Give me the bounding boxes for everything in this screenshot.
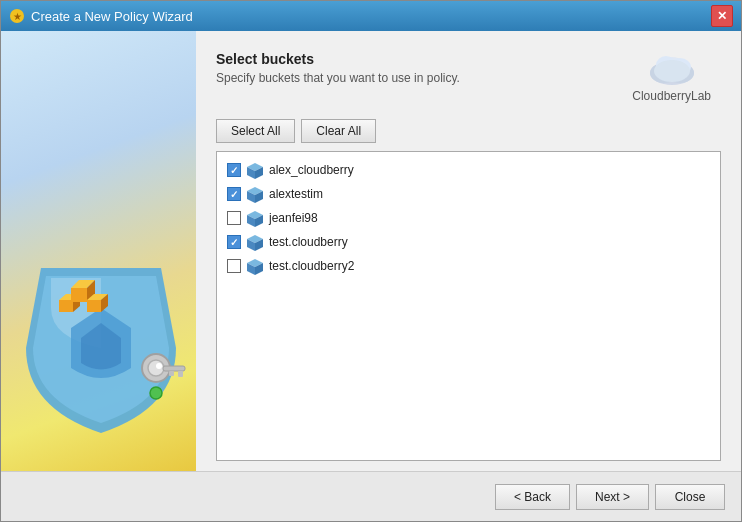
bucket-name: test.cloudberry bbox=[269, 235, 348, 249]
sidebar bbox=[1, 31, 196, 471]
section-title: Select buckets bbox=[216, 51, 460, 67]
svg-rect-6 bbox=[178, 371, 183, 377]
svg-rect-5 bbox=[163, 366, 185, 371]
header-section: Select buckets Specify buckets that you … bbox=[216, 51, 721, 103]
bucket-checkbox[interactable] bbox=[227, 163, 241, 177]
bucket-cube-icon bbox=[245, 209, 265, 227]
section-subtitle: Specify buckets that you want to use in … bbox=[216, 71, 460, 85]
main-panel: Select buckets Specify buckets that you … bbox=[196, 31, 741, 471]
bucket-checkbox[interactable] bbox=[227, 211, 241, 225]
bucket-checkbox[interactable] bbox=[227, 187, 241, 201]
next-button[interactable]: Next > bbox=[576, 484, 649, 510]
header-text: Select buckets Specify buckets that you … bbox=[216, 51, 460, 85]
logo-text: CloudberryLab bbox=[632, 89, 711, 103]
clear-all-button[interactable]: Clear All bbox=[301, 119, 376, 143]
select-all-button[interactable]: Select All bbox=[216, 119, 295, 143]
toolbar: Select All Clear All bbox=[216, 119, 721, 143]
window-title: Create a New Policy Wizard bbox=[31, 9, 193, 24]
svg-marker-15 bbox=[87, 300, 101, 312]
list-item[interactable]: test.cloudberry bbox=[221, 230, 716, 254]
list-item[interactable]: test.cloudberry2 bbox=[221, 254, 716, 278]
bucket-cube-icon bbox=[245, 185, 265, 203]
logo-area: CloudberryLab bbox=[632, 51, 711, 103]
list-item[interactable]: alextestim bbox=[221, 182, 716, 206]
bucket-cube-icon bbox=[245, 233, 265, 251]
svg-rect-7 bbox=[169, 371, 174, 376]
list-item[interactable]: jeanfei98 bbox=[221, 206, 716, 230]
bucket-name: alextestim bbox=[269, 187, 323, 201]
app-icon: ★ bbox=[9, 8, 25, 24]
bucket-list[interactable]: alex_cloudberry alextestim jeanfei98 tes… bbox=[216, 151, 721, 461]
content-area: Select buckets Specify buckets that you … bbox=[1, 31, 741, 471]
title-bar: ★ Create a New Policy Wizard ✕ bbox=[1, 1, 741, 31]
svg-marker-9 bbox=[59, 300, 73, 312]
bucket-name: test.cloudberry2 bbox=[269, 259, 354, 273]
cloudberry-logo-icon bbox=[646, 51, 698, 87]
wizard-window: ★ Create a New Policy Wizard ✕ bbox=[0, 0, 742, 522]
svg-point-24 bbox=[654, 60, 690, 82]
bucket-name: jeanfei98 bbox=[269, 211, 318, 225]
bucket-cube-icon bbox=[245, 161, 265, 179]
svg-marker-12 bbox=[71, 288, 87, 302]
bucket-checkbox[interactable] bbox=[227, 235, 241, 249]
close-footer-button[interactable]: Close bbox=[655, 484, 725, 510]
bucket-name: alex_cloudberry bbox=[269, 163, 354, 177]
list-item[interactable]: alex_cloudberry bbox=[221, 158, 716, 182]
svg-point-3 bbox=[148, 360, 164, 376]
title-bar-left: ★ Create a New Policy Wizard bbox=[9, 8, 193, 24]
svg-point-8 bbox=[150, 387, 162, 399]
svg-text:★: ★ bbox=[13, 11, 22, 22]
close-button[interactable]: ✕ bbox=[711, 5, 733, 27]
bucket-checkbox[interactable] bbox=[227, 259, 241, 273]
shield-svg bbox=[11, 248, 191, 448]
footer: < Back Next > Close bbox=[1, 471, 741, 521]
bucket-cube-icon bbox=[245, 257, 265, 275]
back-button[interactable]: < Back bbox=[495, 484, 570, 510]
svg-point-4 bbox=[156, 363, 162, 369]
sidebar-illustration bbox=[11, 248, 191, 451]
